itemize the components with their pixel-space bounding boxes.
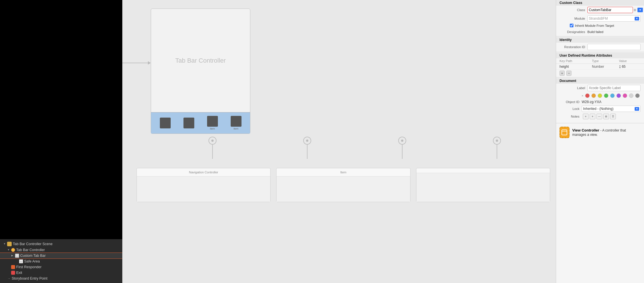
vc-text-group: View Controller - A controller that mana…	[572, 128, 641, 137]
color-swatch-green[interactable]	[604, 93, 608, 98]
notes-row: Notes ≡ ≡ — ⊞ ☰	[556, 113, 644, 120]
tree-item-scene[interactable]: Tab Bar Controller Scene	[0, 241, 122, 247]
sub-controllers: Navigation Controller Item	[137, 168, 550, 202]
color-row: ×	[556, 92, 644, 99]
triangle-scene[interactable]	[3, 243, 6, 245]
notes-icon-align[interactable]: ≡	[590, 114, 595, 119]
class-input[interactable]	[587, 7, 633, 13]
nav-controller-box: Navigation Controller	[137, 168, 271, 202]
designables-label: Designables	[560, 30, 585, 34]
object-id-row: Object ID W28-zg-YXA	[556, 99, 644, 105]
conn-group-4	[493, 137, 501, 159]
module-select[interactable]: StrandsBFM ▼	[587, 15, 641, 22]
color-swatch-blue[interactable]	[610, 93, 615, 98]
tab-icon-1	[160, 118, 171, 128]
tree-item-exit[interactable]: Exit	[0, 270, 122, 276]
canvas-preview	[0, 0, 122, 239]
tree-item-tabbar[interactable]: Tab Bar Controller	[0, 247, 122, 253]
restoration-label: Restoration ID	[560, 45, 585, 49]
restoration-row: Restoration ID	[556, 43, 644, 51]
doc-label-input[interactable]	[587, 85, 641, 91]
color-swatch-pink[interactable]	[623, 93, 627, 98]
notes-icon-dash[interactable]: —	[596, 114, 602, 119]
exit-label: Exit	[16, 271, 22, 275]
tab-bar-controller-phone: Tab Bar Controller Item Item	[151, 9, 250, 134]
tab-label-3: Item	[210, 127, 215, 130]
restoration-input[interactable]	[587, 44, 641, 50]
color-x-button[interactable]: ×	[582, 94, 583, 97]
col-value: Value	[619, 59, 641, 63]
col-type: Type	[592, 59, 619, 63]
triangle-tabbar[interactable]	[7, 249, 10, 251]
doc-label-row: Label	[556, 84, 644, 92]
color-swatch-orange[interactable]	[591, 93, 596, 98]
storyboard-arrow-icon: →	[7, 277, 11, 280]
attr-table-header: Key Path Type Value	[556, 58, 644, 64]
lock-value: Inherited - (Nothing)	[583, 107, 614, 111]
conn-line-3	[402, 145, 403, 159]
color-swatch-gray[interactable]	[635, 93, 640, 98]
divider-1	[556, 36, 644, 36]
safearea-label: Safe Area	[24, 259, 40, 263]
notes-icon-list[interactable]: ☰	[610, 114, 616, 119]
scene-icon	[7, 242, 12, 246]
conn-circle-2	[303, 137, 311, 145]
lock-row: Lock Inherited - (Nothing) ▼	[556, 105, 644, 113]
notes-label: Notes	[560, 115, 579, 118]
add-attr-button[interactable]: +	[560, 71, 565, 76]
lock-select[interactable]: Inherited - (Nothing) ▼	[582, 106, 641, 112]
tab-item-4: Item	[231, 116, 242, 130]
conn-line-4	[497, 145, 497, 159]
module-label: Module	[560, 17, 585, 20]
inherit-checkbox[interactable]	[570, 24, 573, 27]
object-id-value: W28-zg-YXA	[582, 100, 601, 104]
triangle-customtabbar[interactable]	[11, 254, 14, 257]
class-row: Class ⊗ ▼	[556, 6, 644, 14]
color-swatch-purple[interactable]	[616, 93, 621, 98]
tree-item-firstresponder[interactable]: First Responder	[0, 264, 122, 270]
entry-arrow	[122, 61, 151, 65]
class-label: Class	[560, 8, 585, 12]
color-swatch-lightgray[interactable]	[629, 93, 633, 98]
notes-icon-grid[interactable]: ⊞	[603, 114, 609, 119]
divider-4	[556, 123, 644, 123]
attr-value-number: 65	[622, 65, 626, 69]
vc-title: View Controller	[572, 128, 599, 132]
conn-group-3	[398, 137, 406, 159]
attr-row-height: height Number ▲▼ 65	[556, 64, 644, 70]
tabbar-icon	[11, 248, 15, 252]
connection-circles-row	[165, 137, 544, 159]
notes-icon-lines[interactable]: ≡	[583, 114, 589, 119]
customtabbar-label: Custom Tab Bar	[20, 254, 46, 258]
item-controller-content	[276, 177, 410, 202]
svg-rect-2	[562, 130, 567, 135]
module-dropdown-icon[interactable]: ▼	[635, 17, 639, 20]
document-header: Document	[556, 78, 644, 84]
doc-label-label: Label	[560, 86, 585, 90]
identity-header: Identity	[556, 37, 644, 43]
color-swatch-yellow[interactable]	[598, 93, 602, 98]
conn-line-1	[212, 145, 213, 159]
tree-item-safearea[interactable]: ◫ Safe Area	[0, 259, 122, 264]
col-keypath: Key Path	[560, 59, 592, 63]
class-clear-icon[interactable]: ⊗	[633, 8, 636, 12]
lock-dropdown-icon[interactable]: ▼	[635, 107, 639, 111]
custom-class-header: Custom Class	[556, 0, 644, 6]
class-dropdown-icon[interactable]: ▼	[637, 8, 643, 12]
stepper-icon[interactable]: ▲▼	[619, 65, 621, 69]
remove-attr-button[interactable]: −	[566, 71, 571, 76]
object-id-label: Object ID	[560, 100, 579, 104]
color-swatch-red[interactable]	[585, 93, 590, 98]
conn-group-2	[303, 137, 311, 159]
phone-title: Tab Bar Controller	[151, 9, 250, 112]
tree-item-customtabbar[interactable]: ⬜ Custom Tab Bar	[0, 253, 122, 259]
inherit-row: Inherit Module From Target	[556, 23, 644, 28]
designables-row: Designables Build failed	[556, 28, 644, 36]
firstresponder-icon	[11, 265, 15, 269]
tree-item-storyboard[interactable]: → Storyboard Entry Point	[0, 276, 122, 281]
exit-icon	[11, 271, 15, 275]
tab-item-2	[183, 118, 194, 128]
tab-item-1	[160, 118, 171, 128]
nav-controller-content	[137, 177, 270, 202]
arrow-line	[122, 63, 148, 63]
